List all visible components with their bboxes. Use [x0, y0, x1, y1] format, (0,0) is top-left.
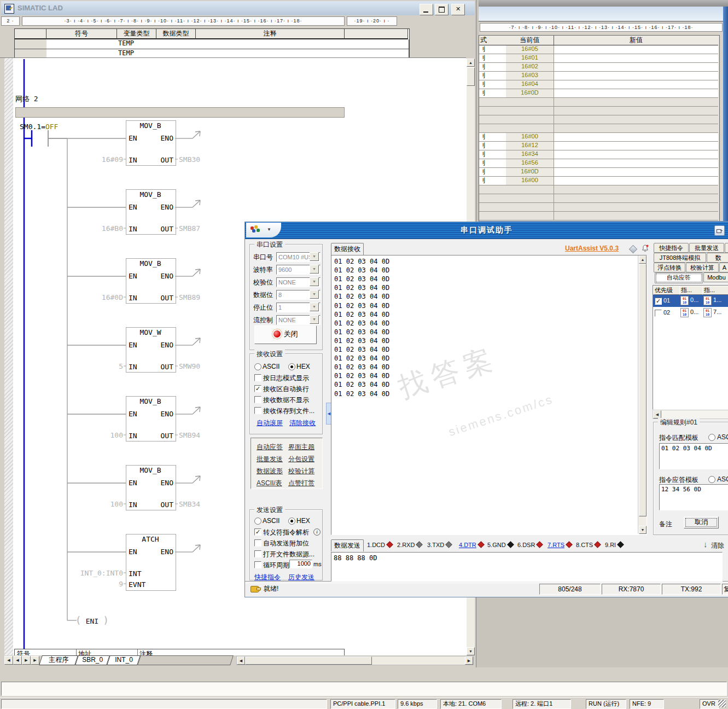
operand-out[interactable]: SMB94	[179, 431, 228, 439]
uart-titlebar[interactable]: ▼ 串口调试助手	[245, 222, 728, 239]
recv-scroll-down[interactable]: ▼	[639, 526, 647, 534]
operand-out[interactable]: SMB30	[179, 155, 228, 164]
field-label-1[interactable]: 串口号	[253, 253, 273, 262]
status-cell-current[interactable]: 16#56	[506, 159, 554, 168]
hscroll-thumb[interactable]	[245, 656, 372, 665]
dropdown-arrow[interactable]: ▼	[310, 290, 319, 299]
recv-line[interactable]: 01 02 03 04 0D	[334, 284, 389, 292]
recv-line[interactable]: 01 02 03 04 0D	[334, 390, 389, 398]
pin-eno[interactable]: ENO	[161, 341, 173, 349]
pin-out[interactable]: OUT	[161, 363, 173, 371]
recv-line[interactable]: 01 02 03 04 0D	[334, 372, 389, 380]
recv-line[interactable]: 01 02 03 04 0D	[334, 293, 389, 300]
operand-in[interactable]: 16#09	[57, 155, 123, 164]
match-ascii-radio[interactable]	[708, 434, 715, 441]
status-cell-new[interactable]	[554, 98, 718, 107]
statusbar-baud[interactable]: 9.6 kbps	[398, 699, 437, 709]
reply-ascii-radio[interactable]	[708, 476, 715, 483]
auto-reply-rules-table[interactable]: 优先级指...指...✓010110 0...0110 1...020110 0…	[653, 285, 728, 410]
minimize-button[interactable]	[420, 4, 433, 15]
statusbar-connection[interactable]: PC/PPI cable.PPI.1	[330, 699, 395, 709]
pin-en[interactable]: EN	[129, 134, 137, 142]
pin-icon[interactable]	[714, 225, 725, 236]
rp-tab-快捷指令[interactable]: 快捷指令	[654, 243, 689, 253]
status-cell-format[interactable]	[479, 115, 506, 124]
statusbar-nfe[interactable]: NFE: 9	[630, 699, 664, 709]
pin-out[interactable]: OUT	[161, 432, 173, 440]
recv-ascii-label[interactable]: ASCII	[263, 363, 279, 370]
operand-out[interactable]: SMW90	[179, 362, 228, 370]
status-cell-new[interactable]	[554, 168, 718, 177]
rule-match[interactable]: 0110 0...	[680, 308, 704, 318]
var-table-header[interactable]: 变量类型	[117, 29, 156, 39]
recv-line[interactable]: 01 02 03 04 0D	[334, 311, 389, 318]
var-table-header[interactable]	[15, 29, 46, 39]
var-table-header[interactable]	[345, 29, 408, 39]
status-cell-new[interactable]	[554, 203, 718, 212]
pin-en[interactable]: EN	[129, 410, 137, 418]
operand-in[interactable]: 100	[57, 431, 123, 439]
rules-header-1[interactable]: 指...	[679, 286, 703, 295]
status-cell-new[interactable]	[554, 159, 718, 168]
match-template-input[interactable]: 01 02 03 04 0D	[659, 443, 728, 469]
pin-eno[interactable]: ENO	[161, 203, 173, 211]
block-title[interactable]: MOV_B	[126, 259, 174, 268]
pin-eno[interactable]: ENO	[161, 479, 173, 487]
send-check-3-input[interactable]: 1000	[289, 560, 312, 568]
resize-grip[interactable]	[718, 700, 726, 707]
pin-out[interactable]: OUT	[161, 294, 173, 302]
recv-line[interactable]: 01 02 03 04 0D	[334, 346, 389, 353]
recv-scroll-up[interactable]: ▲	[639, 255, 647, 264]
pin-indicator-5.GND[interactable]: 5.GND	[487, 542, 513, 548]
operand-out[interactable]: SMB89	[179, 293, 228, 301]
maximize-button[interactable]	[435, 4, 449, 15]
rp-tab-浮点转换[interactable]: 浮点转换	[654, 263, 685, 272]
recv-line[interactable]: 01 02 03 04 0D	[334, 266, 389, 274]
scroll-thumb[interactable]	[467, 67, 475, 86]
send-check-2-checkbox[interactable]	[254, 550, 261, 557]
status-cell-current[interactable]	[506, 107, 554, 115]
status-cell-new[interactable]	[554, 133, 718, 142]
tool-link-2[interactable]: 界面主题	[288, 443, 315, 452]
field-label-2[interactable]: 波特率	[253, 265, 273, 275]
rp-tab-Modbu[interactable]: Modbu	[703, 272, 728, 282]
close-port-button[interactable]: 关闭	[254, 326, 317, 344]
info-icon[interactable]: i	[313, 528, 321, 536]
send-data-box[interactable]: 88 88 88 0D	[331, 552, 723, 582]
tab-blank[interactable]	[137, 655, 234, 665]
status-cell-current[interactable]	[506, 194, 554, 203]
pou-nav-last[interactable]: ▶	[31, 656, 39, 665]
tool-link-8[interactable]: 点赞打赏	[288, 479, 315, 488]
dropdown-arrow[interactable]: ▼	[310, 265, 319, 274]
rule-checkbox[interactable]: ✓	[655, 298, 662, 305]
pin-indicator-6.DSR[interactable]: 6.DSR	[517, 542, 542, 548]
pin-indicator-2.RXD[interactable]: 2.RXD	[397, 542, 422, 548]
var-table-cell[interactable]: TEMP	[117, 39, 158, 49]
status-cell-current[interactable]	[506, 203, 554, 212]
send-check-3-suffix[interactable]: ms	[313, 561, 322, 567]
pin-out[interactable]: OUT	[161, 501, 173, 509]
pin-in[interactable]: IN	[129, 225, 137, 233]
pin-en[interactable]: EN	[129, 479, 137, 487]
send-ascii-radio[interactable]	[254, 518, 261, 525]
statusbar-remote[interactable]: 远程: 2. 端口1	[512, 699, 571, 709]
var-table-cell[interactable]	[196, 39, 346, 49]
pin-en[interactable]: EN	[129, 272, 137, 280]
recv-line[interactable]: 01 02 03 04 0D	[334, 319, 389, 327]
status-cell-current[interactable]	[506, 124, 554, 133]
recv-line[interactable]: 01 02 03 04 0D	[334, 363, 389, 371]
rp-tab-A[interactable]: A	[719, 263, 728, 272]
tab-data-receive[interactable]: 数据接收	[331, 243, 364, 255]
counter-reset[interactable]: 复	[722, 584, 728, 595]
var-table-cell[interactable]	[156, 39, 197, 49]
lad-block-mov_b[interactable]: MOV_BENINENOOUT	[126, 120, 176, 166]
dropdown-arrow[interactable]: ▼	[310, 277, 319, 286]
recv-line[interactable]: 01 02 03 04 0D	[334, 337, 389, 345]
recv-check-3-label[interactable]: 接收保存到文件...	[263, 406, 315, 416]
status-cell-current[interactable]	[506, 115, 554, 124]
rule-match[interactable]: 0110 0...	[680, 296, 704, 306]
recv-scroll-thumb[interactable]	[639, 264, 647, 516]
block-title[interactable]: MOV_B	[126, 466, 174, 474]
status-cell-new[interactable]	[554, 212, 718, 220]
pin-int[interactable]: INT	[129, 569, 141, 578]
